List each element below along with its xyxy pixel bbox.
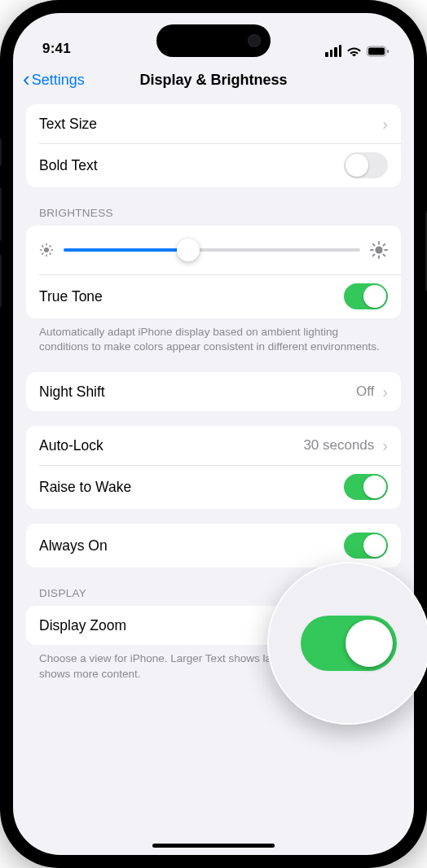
svg-line-9	[50, 253, 51, 254]
screen: 9:41 ‹ Settings Display & Brightness	[13, 13, 414, 855]
volume-up-button	[0, 187, 2, 241]
brightness-slider[interactable]	[64, 239, 360, 261]
display-zoom-label: Display Zoom	[39, 617, 126, 634]
always-on-label: Always On	[39, 537, 108, 555]
bold-text-toggle[interactable]	[344, 152, 388, 178]
always-on-toggle-enlarged	[301, 616, 397, 671]
mute-switch	[0, 138, 2, 166]
svg-line-11	[50, 246, 51, 247]
back-label: Settings	[32, 72, 85, 89]
home-indicator[interactable]	[152, 844, 275, 848]
svg-line-8	[42, 246, 43, 247]
brightness-header: BRIGHTNESS	[26, 202, 401, 226]
raise-to-wake-row: Raise to Wake	[26, 465, 401, 509]
wifi-icon	[346, 46, 362, 57]
chevron-right-icon: ›	[382, 115, 388, 134]
status-time: 9:41	[42, 41, 71, 57]
svg-rect-2	[387, 50, 389, 53]
raise-to-wake-label: Raise to Wake	[39, 479, 131, 496]
cellular-signal-icon	[325, 45, 341, 57]
svg-rect-1	[368, 47, 385, 55]
night-shift-row[interactable]: Night Shift Off ›	[26, 372, 401, 411]
phone-frame: 9:41 ‹ Settings Display & Brightness	[0, 0, 427, 868]
svg-point-12	[375, 246, 382, 253]
svg-line-20	[384, 244, 385, 246]
svg-line-18	[384, 255, 385, 256]
volume-down-button	[0, 254, 2, 308]
auto-lock-value: 30 seconds	[303, 437, 374, 454]
chevron-right-icon: ›	[382, 436, 388, 455]
always-on-toggle[interactable]	[344, 533, 388, 559]
svg-line-19	[373, 255, 375, 256]
svg-line-10	[42, 253, 43, 254]
raise-to-wake-toggle[interactable]	[344, 474, 388, 500]
battery-icon	[367, 46, 390, 57]
true-tone-footer: Automatically adapt iPhone display based…	[26, 318, 401, 357]
auto-lock-label: Auto-Lock	[39, 437, 103, 454]
svg-line-17	[373, 244, 375, 246]
bold-text-label: Bold Text	[39, 157, 98, 174]
callout-magnifier	[267, 562, 427, 725]
nav-bar: ‹ Settings Display & Brightness	[13, 60, 414, 99]
text-size-label: Text Size	[39, 116, 97, 133]
text-size-row[interactable]: Text Size ›	[26, 104, 401, 143]
true-tone-toggle[interactable]	[344, 283, 388, 309]
svg-point-3	[44, 248, 49, 252]
true-tone-row: True Tone	[26, 274, 401, 318]
page-title: Display & Brightness	[139, 72, 287, 89]
true-tone-label: True Tone	[39, 288, 103, 305]
brightness-high-icon	[370, 241, 388, 259]
dynamic-island	[156, 24, 271, 57]
bold-text-row: Bold Text	[26, 143, 401, 187]
night-shift-label: Night Shift	[39, 384, 105, 401]
chevron-left-icon: ‹	[23, 68, 30, 90]
brightness-slider-row	[26, 226, 401, 274]
brightness-low-icon	[39, 243, 54, 257]
chevron-right-icon: ›	[382, 383, 388, 401]
back-button[interactable]: ‹ Settings	[23, 71, 85, 90]
auto-lock-row[interactable]: Auto-Lock 30 seconds ›	[26, 426, 401, 465]
night-shift-value: Off	[356, 384, 374, 400]
